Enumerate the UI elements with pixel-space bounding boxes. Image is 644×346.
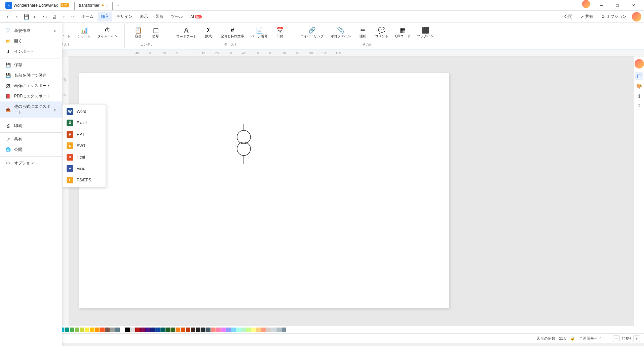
divider-1 [0, 58, 62, 58]
export-other-label: 他の形式にエクスポート [14, 104, 50, 115]
saveas-label: 名前を付けて保存 [14, 73, 46, 78]
export-image-label: 画像にエクスポート [14, 83, 50, 89]
export-visio-item[interactable]: V Visio [63, 163, 106, 174]
svg-label: SVG [77, 143, 85, 148]
file-export-image-item[interactable]: 🖼 画像にエクスポート [0, 81, 62, 91]
export-image-icon: 🖼 [5, 83, 11, 89]
export-submenu: W Word X Excel P PPT S SVG H Html V Visi… [62, 104, 106, 187]
file-share-item[interactable]: ↗ 共有 [0, 134, 62, 144]
svg-icon: S [67, 142, 73, 149]
open-icon: 📂 [5, 39, 11, 44]
html-label: Html [77, 155, 85, 160]
excel-label: Excel [77, 121, 86, 125]
share-file-label: 共有 [14, 136, 22, 142]
ppt-label: PPT [77, 132, 84, 137]
publish-file-icon: 🌐 [5, 147, 11, 153]
file-publish-item[interactable]: 🌐 公開 [0, 144, 62, 155]
file-menu: 📄 新規作成 ▶ 📂 開く ⬇ インポート 💾 保存 💾 名前を付けて保存 🖼 … [0, 23, 62, 346]
save-label: 保存 [14, 62, 22, 68]
export-pseps-item[interactable]: E PS/EPS [63, 174, 106, 186]
file-open-item[interactable]: 📂 開く [0, 36, 62, 46]
pseps-label: PS/EPS [77, 178, 91, 182]
import-label: インポート [14, 49, 34, 54]
options-file-label: オプション [14, 160, 34, 166]
export-excel-item[interactable]: X Excel [63, 117, 106, 129]
excel-icon: X [67, 120, 73, 126]
export-html-item[interactable]: H Html [63, 152, 106, 163]
export-pdf-icon: 📕 [5, 94, 11, 99]
file-new-item[interactable]: 📄 新規作成 ▶ [0, 26, 62, 36]
pseps-icon: E [67, 177, 73, 183]
publish-file-label: 公開 [14, 147, 22, 153]
word-icon: W [67, 108, 73, 115]
file-save-item[interactable]: 💾 保存 [0, 60, 62, 70]
export-svg-item[interactable]: S SVG [63, 140, 106, 152]
file-import-item[interactable]: ⬇ インポート [0, 46, 62, 57]
print-label: 印刷 [14, 123, 22, 129]
visio-icon: V [67, 165, 73, 172]
export-other-arrow: ▶ [54, 108, 56, 112]
file-options-item[interactable]: ⚙ オプション [0, 158, 62, 168]
word-label: Word [77, 109, 86, 114]
export-ppt-item[interactable]: P PPT [63, 129, 106, 140]
divider-2 [0, 119, 62, 119]
import-icon: ⬇ [5, 49, 11, 54]
file-export-pdf-item[interactable]: 📕 PDFにエクスポート [0, 91, 62, 101]
export-other-icon: 📤 [5, 107, 11, 112]
divider-3 [0, 132, 62, 133]
saveas-icon: 💾 [5, 73, 11, 78]
print-file-icon: 🖨 [5, 123, 11, 129]
file-print-item[interactable]: 🖨 印刷 [0, 121, 62, 131]
share-file-icon: ↗ [5, 137, 11, 142]
export-word-item[interactable]: W Word [63, 106, 106, 117]
options-file-icon: ⚙ [5, 161, 11, 166]
html-icon: H [67, 154, 73, 161]
new-label: 新規作成 [14, 28, 30, 34]
new-arrow: ▶ [54, 29, 56, 33]
export-pdf-label: PDFにエクスポート [14, 93, 50, 99]
ppt-icon: P [67, 131, 73, 138]
divider-4 [0, 156, 62, 157]
open-label: 開く [14, 38, 22, 44]
visio-label: Visio [77, 166, 85, 171]
file-export-other-item[interactable]: 📤 他の形式にエクスポート ▶ [0, 101, 62, 118]
file-saveas-item[interactable]: 💾 名前を付けて保存 [0, 70, 62, 81]
save-icon: 💾 [5, 62, 11, 68]
new-icon: 📄 [5, 28, 11, 34]
